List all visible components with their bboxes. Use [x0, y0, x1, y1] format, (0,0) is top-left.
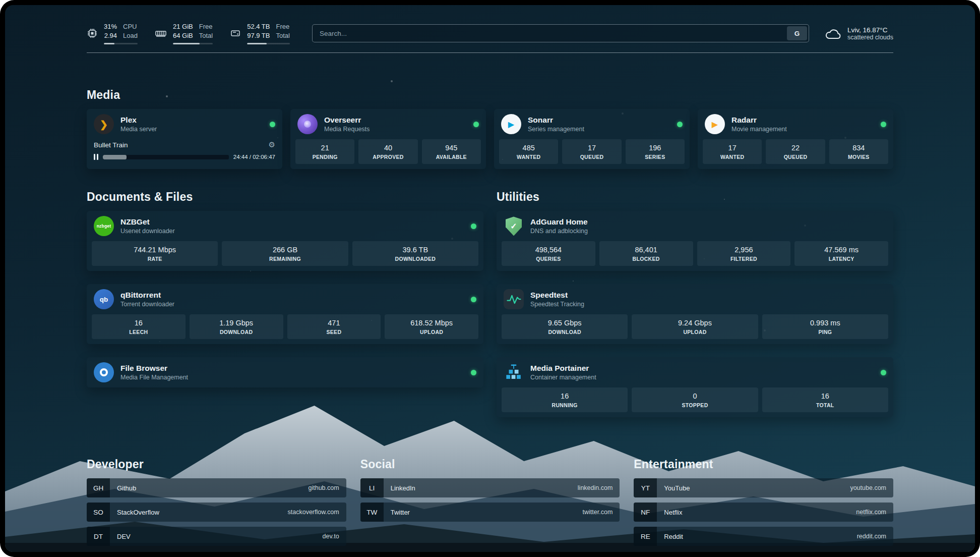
bookmark-abbr: RE	[634, 527, 657, 546]
status-dot	[677, 122, 683, 127]
service-link-overseerr[interactable]: Overseerr Media Requests	[290, 109, 486, 139]
service-link-speedtest[interactable]: Speedtest Speedtest Tracking	[497, 284, 893, 314]
cloud-icon	[824, 26, 841, 41]
service-name: NZBGet	[120, 217, 175, 227]
stat-label: SERIES	[628, 154, 683, 160]
stat-label: QUERIES	[504, 256, 593, 262]
stat-series: 196 SERIES	[626, 139, 685, 164]
service-link-qbittorrent[interactable]: qb qBittorrent Torrent downloader	[87, 284, 483, 314]
cpu-load-label: Load	[123, 31, 138, 40]
stat-pending: 21 PENDING	[295, 139, 354, 164]
service-card-portainer: Media Portainer Container management 16 …	[497, 357, 893, 417]
bookmark-url: linkedin.com	[578, 484, 620, 491]
service-link-radarr[interactable]: ▶ Radarr Movie management	[698, 109, 893, 139]
bookmark-abbr: LI	[360, 478, 384, 497]
stat-label: REMAINING	[224, 256, 346, 262]
bookmark-github[interactable]: GH Github github.com	[87, 478, 346, 497]
service-description: Usenet downloader	[120, 228, 175, 235]
stat-value: 16	[504, 392, 626, 400]
stat-label: QUEUED	[564, 154, 619, 160]
service-card-speedtest: Speedtest Speedtest Tracking 9.65 Gbps D…	[497, 284, 893, 344]
dashboard-screen: 31% 2.94 CPU Load	[5, 5, 975, 552]
stat-value: 1.19 Gbps	[192, 319, 281, 327]
playback-progress-bar[interactable]	[103, 155, 229, 159]
memory-usage-bar	[173, 43, 213, 44]
bookmark-name: Twitter	[384, 509, 410, 516]
stat-stopped: 0 STOPPED	[632, 387, 758, 412]
stat-label: RATE	[94, 256, 216, 262]
top-bar: 31% 2.94 CPU Load	[87, 22, 893, 44]
bookmark-netflix[interactable]: NF Netflix netflix.com	[634, 503, 893, 522]
stat-available: 945 AVAILABLE	[422, 139, 481, 164]
playback-time: 24:44 / 02:06:47	[233, 154, 275, 160]
stat-value: 498,564	[504, 246, 593, 254]
stat-leech: 16 LEECH	[92, 314, 186, 339]
stat-value: 945	[424, 144, 479, 152]
stat-label: AVAILABLE	[424, 154, 479, 160]
stat-queued: 22 QUEUED	[766, 139, 825, 164]
stat-downloaded: 39.6 TB DOWNLOADED	[352, 241, 478, 266]
section-title-media: Media	[87, 88, 893, 102]
section-documents: Documents & Files nzbget NZBGet Usenet d…	[87, 190, 483, 430]
stat-value: 618.52 Mbps	[387, 319, 476, 327]
stat-label: MOVIES	[831, 154, 886, 160]
stat-upload: 618.52 Mbps UPLOAD	[385, 314, 478, 339]
gear-icon[interactable]: ⚙	[269, 140, 275, 149]
stat-blocked: 86,401 BLOCKED	[599, 241, 693, 266]
pause-button[interactable]	[94, 154, 98, 160]
memory-free-value: 21 GiB	[173, 22, 193, 31]
qbittorrent-icon: qb	[94, 289, 114, 309]
bookmark-abbr: GH	[87, 478, 110, 497]
service-link-portainer[interactable]: Media Portainer Container management	[497, 357, 893, 387]
service-card-filebrowser: File Browser Media File Management	[87, 357, 483, 387]
service-link-sonarr[interactable]: ▶ Sonarr Series management	[494, 109, 690, 139]
stat-movies: 834 MOVIES	[829, 139, 888, 164]
bookmark-twitter[interactable]: TW Twitter twitter.com	[360, 503, 620, 522]
bookmark-url: stackoverflow.com	[288, 509, 346, 516]
bookmark-stackoverflow[interactable]: SO StackOverflow stackoverflow.com	[87, 503, 346, 522]
bookmark-url: dev.to	[323, 533, 346, 540]
service-description: DNS and adblocking	[530, 228, 588, 235]
stat-value: 86,401	[601, 246, 691, 254]
bookmark-name: LinkedIn	[384, 484, 415, 492]
service-card-sonarr: ▶ Sonarr Series management 485 WANTED	[494, 109, 690, 169]
stat-label: QUEUED	[768, 154, 823, 160]
service-description: Media File Management	[120, 374, 188, 381]
section-utilities: Utilities ✓ AdGuard Home DNS and adblock…	[497, 190, 893, 430]
service-name: qBittorrent	[120, 291, 174, 300]
stat-label: PING	[764, 329, 886, 335]
disk-usage-bar	[247, 43, 290, 44]
service-link-plex[interactable]: ❯ Plex Media server	[87, 109, 282, 139]
search-engine-button[interactable]: G	[787, 26, 807, 40]
service-link-filebrowser[interactable]: File Browser Media File Management	[87, 357, 483, 387]
service-description: Media server	[120, 126, 157, 133]
service-description: Torrent downloader	[120, 301, 174, 308]
bookmark-dev[interactable]: DT DEV dev.to	[87, 527, 346, 546]
service-card-overseerr: Overseerr Media Requests 21 PENDING 40 A…	[290, 109, 486, 169]
service-link-nzbget[interactable]: nzbget NZBGet Usenet downloader	[87, 211, 483, 241]
service-link-adguard[interactable]: ✓ AdGuard Home DNS and adblocking	[497, 211, 893, 241]
section-title-developer: Developer	[87, 458, 346, 471]
search-input[interactable]	[312, 24, 809, 42]
bookmark-reddit[interactable]: RE Reddit reddit.com	[634, 527, 893, 546]
stat-value: 834	[831, 144, 886, 152]
stat-remaining: 266 GB REMAINING	[222, 241, 348, 266]
overseerr-icon	[297, 114, 318, 134]
service-card-radarr: ▶ Radarr Movie management 17 WANTED	[698, 109, 893, 169]
bookmark-group-developer: Developer GH Github github.com SO StackO…	[87, 458, 346, 551]
stat-total: 16 TOTAL	[762, 387, 888, 412]
stat-latency: 47.569 ms LATENCY	[794, 241, 888, 266]
bookmark-name: Github	[110, 484, 136, 492]
bookmark-abbr: TW	[360, 503, 384, 522]
stat-label: PENDING	[297, 154, 352, 160]
radarr-icon: ▶	[705, 114, 725, 134]
service-name: Radarr	[731, 116, 787, 125]
stat-download: 9.65 Gbps DOWNLOAD	[502, 314, 628, 339]
status-dot	[270, 122, 275, 127]
filebrowser-icon	[94, 362, 114, 382]
bookmark-youtube[interactable]: YT YouTube youtube.com	[634, 478, 893, 497]
stat-value: 22	[768, 144, 823, 152]
bookmark-linkedin[interactable]: LI LinkedIn linkedin.com	[360, 478, 620, 497]
bookmark-url: youtube.com	[850, 484, 893, 491]
sonarr-icon: ▶	[501, 114, 521, 134]
